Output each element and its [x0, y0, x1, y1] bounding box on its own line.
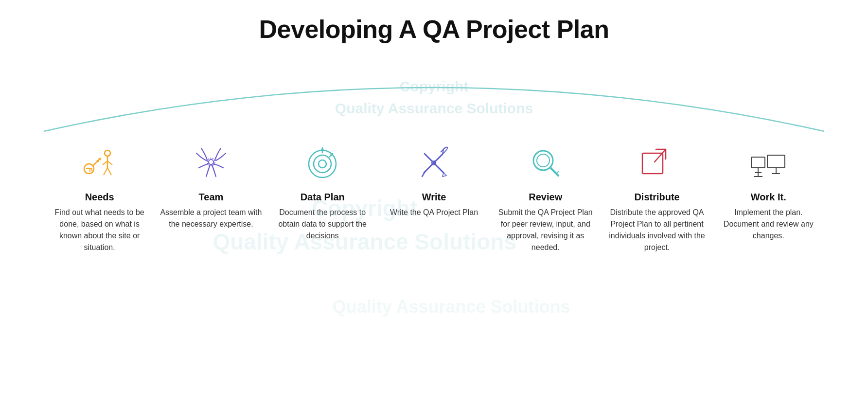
- arc-container: CopyrightQuality Assurance Solutions: [29, 58, 839, 136]
- step-needs: Needs Find out what needs to be done, ba…: [47, 141, 152, 253]
- svg-line-6: [103, 161, 107, 165]
- svg-line-31: [556, 172, 558, 174]
- step-icon-distribute: [635, 141, 679, 185]
- step-work-it: Work It. Implement the plan. Document an…: [716, 141, 821, 242]
- svg-rect-37: [767, 155, 785, 168]
- step-icon-needs: [78, 141, 122, 185]
- svg-marker-25: [443, 173, 446, 177]
- svg-line-9: [107, 168, 111, 175]
- svg-line-8: [104, 168, 107, 175]
- step-icon-write: [412, 141, 456, 185]
- svg-marker-19: [320, 147, 324, 151]
- step-distribute: Distribute Distribute the approved QA Pr…: [605, 141, 709, 253]
- step-review: Review Submit the QA Project Plan for pe…: [493, 141, 598, 253]
- step-write: Write Write the QA Project Plan: [382, 141, 486, 218]
- svg-point-16: [314, 155, 331, 173]
- page: Developing A QA Project Plan CopyrightQu…: [0, 0, 868, 409]
- step-label-needs: Needs: [85, 192, 114, 203]
- step-data-plan: Data Plan Document the process to obtain…: [270, 141, 375, 242]
- step-team: Team Assemble a project team with the ne…: [159, 141, 263, 230]
- svg-line-30: [550, 168, 558, 176]
- step-desc-needs: Find out what needs to be done, based on…: [47, 207, 152, 253]
- svg-point-17: [319, 160, 326, 168]
- step-icon-team: [189, 141, 233, 185]
- step-desc-distribute: Distribute the approved QA Project Plan …: [605, 207, 709, 253]
- svg-line-7: [107, 161, 112, 165]
- step-label-distribute: Distribute: [634, 192, 679, 203]
- arc-svg: [29, 58, 839, 136]
- step-desc-review: Submit the QA Project Plan for peer revi…: [493, 207, 598, 253]
- step-icon-work-it: [746, 141, 790, 185]
- steps-row: Needs Find out what needs to be done, ba…: [29, 141, 839, 253]
- svg-line-33: [655, 149, 666, 162]
- step-label-work-it: Work It.: [751, 192, 786, 203]
- step-desc-data-plan: Document the process to obtain data to s…: [270, 207, 375, 242]
- step-desc-write: Write the QA Project Plan: [390, 207, 478, 218]
- step-desc-work-it: Implement the plan. Document and review …: [716, 207, 821, 242]
- step-icon-review: [524, 141, 567, 185]
- step-label-data-plan: Data Plan: [301, 192, 345, 203]
- step-icon-data-plan: [301, 141, 344, 185]
- step-label-review: Review: [529, 192, 562, 203]
- svg-point-29: [537, 154, 549, 167]
- svg-point-4: [105, 150, 110, 156]
- watermark-bottom: Quality Assurance Solutions: [333, 297, 570, 317]
- svg-point-13: [209, 160, 213, 164]
- page-title: Developing A QA Project Plan: [29, 15, 839, 44]
- svg-line-26: [424, 153, 426, 155]
- svg-rect-34: [751, 157, 765, 168]
- step-label-write: Write: [422, 192, 446, 203]
- step-label-team: Team: [199, 192, 224, 203]
- step-desc-team: Assemble a project team with the necessa…: [159, 207, 263, 230]
